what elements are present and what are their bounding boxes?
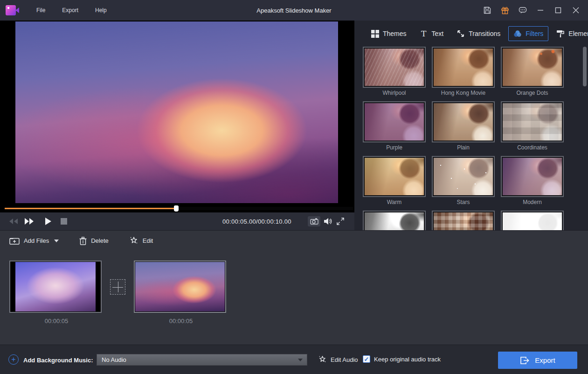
menubar: File Export Help xyxy=(30,4,113,16)
delete-button[interactable]: Delete xyxy=(79,237,109,245)
tab-elements[interactable]: Elements xyxy=(551,26,588,41)
transitions-icon xyxy=(457,29,465,38)
maximize-icon[interactable] xyxy=(551,3,566,17)
filter-name-label: Orange Dots xyxy=(501,88,564,98)
play-button[interactable] xyxy=(40,214,56,228)
filter-item[interactable]: Hong Kong Movie xyxy=(432,47,495,98)
filter-item[interactable]: Plain xyxy=(432,101,495,153)
add-transition-button[interactable] xyxy=(110,279,125,295)
stop-button[interactable] xyxy=(56,214,72,228)
filter-thumbnail[interactable] xyxy=(432,156,495,197)
filter-item[interactable]: Coordinates xyxy=(501,101,564,153)
app-logo-icon xyxy=(6,5,20,16)
music-bar: + Add Background Music: No Audio Edit Au… xyxy=(0,345,588,374)
filter-item[interactable]: Stars xyxy=(432,156,495,207)
filter-name-label: Hong Kong Movie xyxy=(432,88,495,98)
video-preview-stage: 00:00:05.00/00:00:10.00 xyxy=(0,21,354,230)
filter-item[interactable]: Orange Dots xyxy=(501,47,564,98)
tab-text-label: Text xyxy=(432,30,444,37)
minimize-icon[interactable] xyxy=(533,3,548,17)
filter-preview-photo xyxy=(365,49,424,86)
tab-filters[interactable]: Filters xyxy=(508,26,548,41)
rewind-button[interactable] xyxy=(6,214,21,228)
audio-dropdown[interactable]: No Audio xyxy=(97,354,307,366)
seek-handle[interactable] xyxy=(174,205,179,212)
filter-thumbnail[interactable] xyxy=(501,47,564,88)
filter-preview-photo xyxy=(434,212,493,230)
filter-thumbnail[interactable] xyxy=(363,47,426,88)
filter-item[interactable]: Modern xyxy=(501,156,564,207)
keep-audio-checkbox[interactable]: ✓ xyxy=(363,355,370,363)
menu-export[interactable]: Export xyxy=(55,4,85,16)
add-music-label: Add Background Music: xyxy=(23,357,93,364)
clip-2-thumbnail xyxy=(135,262,225,311)
edit-button[interactable]: Edit xyxy=(129,236,153,245)
filter-preview-photo xyxy=(365,103,424,141)
close-icon[interactable] xyxy=(568,3,583,17)
text-icon: T xyxy=(420,29,428,38)
filter-thumbnail[interactable] xyxy=(432,47,495,88)
audio-dropdown-value: No Audio xyxy=(102,356,298,363)
filter-thumbnail[interactable] xyxy=(501,156,564,197)
timeline-clip-1[interactable] xyxy=(9,261,102,313)
add-music-icon[interactable]: + xyxy=(8,354,19,365)
filter-item[interactable] xyxy=(363,211,426,230)
filter-item[interactable]: Warm xyxy=(363,156,426,207)
filter-preview-photo xyxy=(503,212,562,230)
export-button[interactable]: Export xyxy=(498,352,577,369)
filter-thumbnail[interactable] xyxy=(501,211,564,230)
filter-name-label: Whirlpool xyxy=(363,88,426,98)
dropdown-arrow-icon xyxy=(298,359,303,361)
filter-thumbnail[interactable] xyxy=(432,101,495,142)
filter-item[interactable]: Whirlpool xyxy=(363,47,426,98)
clip-1-thumbnail xyxy=(15,262,96,311)
timeline-section: Add Files Delete Edit 00:00:05 00:00:05 xyxy=(0,230,588,345)
filter-item[interactable] xyxy=(432,211,495,230)
filter-name-label: Modern xyxy=(501,197,564,207)
fullscreen-icon[interactable] xyxy=(336,217,345,226)
time-display: 00:00:05.00/00:00:10.00 xyxy=(222,218,291,225)
magic-wand-icon xyxy=(129,236,138,245)
trash-icon xyxy=(79,237,87,245)
add-files-button[interactable]: Add Files xyxy=(9,237,59,245)
tab-elements-label: Elements xyxy=(568,30,588,37)
filters-grid: WhirlpoolHong Kong MovieOrange DotsPurpl… xyxy=(354,47,581,230)
preview-image xyxy=(15,21,338,203)
chevron-down-icon xyxy=(54,240,59,242)
filter-preview-photo xyxy=(503,158,562,195)
snapshot-icon[interactable] xyxy=(308,216,320,226)
volume-icon[interactable] xyxy=(323,217,332,226)
edit-audio-button[interactable]: Edit Audio xyxy=(318,355,358,364)
filter-thumbnail[interactable] xyxy=(363,156,426,197)
seek-bar[interactable] xyxy=(5,207,353,210)
gift-icon[interactable] xyxy=(498,3,512,17)
filter-preview-photo xyxy=(503,103,562,141)
filter-thumbnail[interactable] xyxy=(432,211,495,230)
app-window: File Export Help Apeaksoft Slideshow Mak… xyxy=(0,0,588,374)
tab-transitions[interactable]: Transitions xyxy=(451,26,505,41)
edit-label: Edit xyxy=(143,237,153,244)
filter-item[interactable] xyxy=(501,211,564,230)
tab-text[interactable]: T Text xyxy=(415,26,449,41)
add-files-label: Add Files xyxy=(24,237,49,244)
fast-forward-button[interactable] xyxy=(21,214,37,228)
filter-thumbnail[interactable] xyxy=(501,101,564,142)
save-icon[interactable] xyxy=(480,3,495,17)
filter-name-label: Purple xyxy=(363,142,426,153)
tab-filters-label: Filters xyxy=(526,30,543,37)
timeline-clip-2[interactable] xyxy=(134,261,226,313)
tab-themes[interactable]: Themes xyxy=(366,26,412,41)
filter-thumbnail[interactable] xyxy=(363,101,426,142)
filter-preview-photo xyxy=(434,49,493,86)
filter-item[interactable]: Purple xyxy=(363,101,426,153)
export-button-label: Export xyxy=(535,356,555,364)
paint-roller-icon xyxy=(556,29,565,38)
menu-file[interactable]: File xyxy=(30,4,52,16)
clip-1-duration: 00:00:05 xyxy=(9,318,104,325)
feedback-icon[interactable] xyxy=(515,3,530,17)
panel-scrollbar[interactable] xyxy=(583,47,587,86)
filter-thumbnail[interactable] xyxy=(363,211,426,230)
menu-help[interactable]: Help xyxy=(89,4,113,16)
filter-preview-photo xyxy=(503,49,562,86)
filter-name-label: Stars xyxy=(432,197,495,207)
